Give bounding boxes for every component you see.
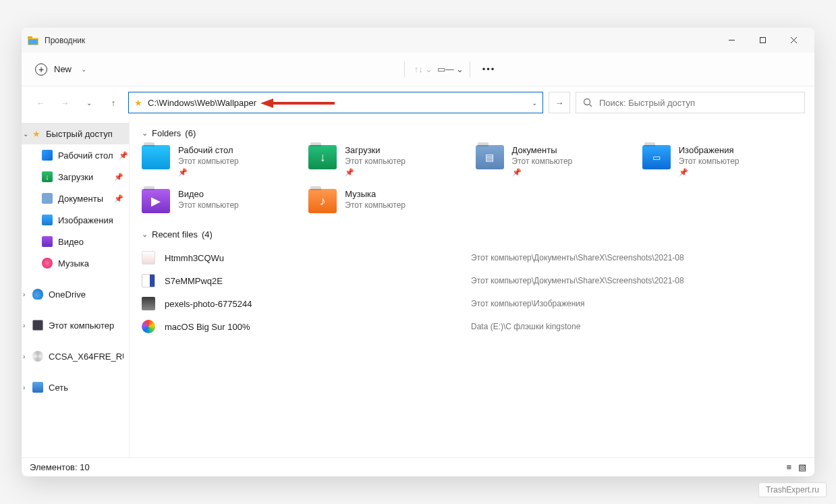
window-controls bbox=[716, 28, 809, 53]
pin-icon: 📌 bbox=[679, 168, 740, 177]
chevron-right-icon bbox=[23, 384, 25, 391]
explorer-app-icon bbox=[27, 34, 39, 47]
image-file-icon bbox=[142, 320, 155, 333]
up-button[interactable]: ↑ bbox=[104, 93, 123, 112]
minimize-button[interactable] bbox=[716, 28, 747, 53]
forward-button[interactable]: → bbox=[55, 93, 74, 112]
pin-icon: 📌 bbox=[512, 168, 573, 177]
sidebar-item-pictures[interactable]: Изображения bbox=[22, 209, 129, 231]
sort-button[interactable]: ↑↓ ⌄ bbox=[410, 59, 437, 80]
new-label: New bbox=[54, 64, 72, 74]
image-file-icon bbox=[142, 251, 155, 264]
folder-music[interactable]: ♪МузыкаЭтот компьютер bbox=[308, 189, 468, 213]
separator bbox=[404, 61, 405, 78]
more-button[interactable]: ••• bbox=[476, 59, 503, 80]
chevron-down-icon: ⌄ bbox=[142, 129, 148, 138]
view-button[interactable]: ▭— ⌄ bbox=[437, 59, 464, 80]
chevron-right-icon bbox=[23, 291, 25, 298]
sidebar: ★ Быстрый доступ Рабочий стол📌 ↓Загрузки… bbox=[22, 119, 130, 457]
sidebar-quick-access[interactable]: ★ Быстрый доступ bbox=[22, 123, 129, 144]
watermark: TrashExpert.ru bbox=[758, 482, 827, 497]
sidebar-this-pc[interactable]: Этот компьютер bbox=[22, 314, 129, 336]
sidebar-item-downloads[interactable]: ↓Загрузки📌 bbox=[22, 166, 129, 188]
titlebar: Проводник bbox=[22, 28, 814, 53]
image-file-icon bbox=[142, 274, 155, 287]
address-input[interactable] bbox=[148, 98, 526, 108]
sidebar-item-videos[interactable]: Видео bbox=[22, 231, 129, 252]
pin-icon: 📌 bbox=[178, 168, 239, 177]
document-icon: ▤ bbox=[476, 145, 504, 169]
address-bar[interactable]: ★ ⌄ bbox=[128, 92, 543, 113]
download-icon: ↓ bbox=[308, 145, 337, 169]
back-button[interactable]: ← bbox=[31, 93, 50, 112]
network-icon bbox=[32, 382, 43, 393]
content-area: ⌄ Folders (6) Рабочий столЭтот компьютер… bbox=[130, 119, 814, 457]
documents-icon bbox=[42, 193, 53, 204]
folders-section-header[interactable]: ⌄ Folders (6) bbox=[142, 128, 802, 138]
sidebar-item-documents[interactable]: Документы📌 bbox=[22, 188, 129, 209]
pin-icon: 📌 bbox=[345, 168, 406, 177]
music-icon bbox=[42, 258, 53, 269]
svg-rect-1 bbox=[28, 36, 32, 38]
search-icon bbox=[583, 98, 592, 107]
recent-file[interactable]: S7eMMPwq2EЭтот компьютер\Документы\Share… bbox=[142, 269, 802, 292]
chevron-down-icon bbox=[23, 130, 28, 138]
downloads-icon: ↓ bbox=[42, 171, 53, 182]
sidebar-ccsa[interactable]: CCSA_X64FRE_RU-RU bbox=[22, 345, 129, 367]
play-icon: ▶ bbox=[142, 189, 170, 213]
folder-downloads[interactable]: ↓ЗагрузкиЭтот компьютер📌 bbox=[308, 145, 468, 177]
go-button[interactable]: → bbox=[549, 92, 570, 113]
new-button[interactable]: + New ⌄ bbox=[31, 59, 96, 80]
recent-file[interactable]: pexels-photo-6775244Этот компьютер\Изобр… bbox=[142, 292, 802, 315]
svg-rect-2 bbox=[28, 39, 38, 45]
status-bar: Элементов: 10 ≡ ▧ bbox=[22, 457, 814, 476]
pictures-icon bbox=[42, 215, 53, 225]
disc-icon bbox=[32, 351, 43, 362]
onedrive-icon bbox=[32, 289, 43, 300]
folder-documents[interactable]: ▤ДокументыЭтот компьютер📌 bbox=[476, 145, 636, 177]
sidebar-item-desktop[interactable]: Рабочий стол📌 bbox=[22, 144, 129, 166]
search-input[interactable] bbox=[599, 98, 798, 108]
image-icon: ▭ bbox=[642, 145, 671, 169]
recent-section-header[interactable]: ⌄ Recent files (4) bbox=[142, 229, 802, 240]
recent-file[interactable]: Htmmh3CQWuЭтот компьютер\Документы\Share… bbox=[142, 246, 802, 269]
recent-locations-button[interactable]: ⌄ bbox=[80, 93, 99, 112]
folder-videos[interactable]: ▶ВидеоЭтот компьютер bbox=[142, 189, 302, 213]
details-view-button[interactable]: ≡ bbox=[786, 462, 791, 472]
recent-file[interactable]: macOS Big Sur 100%Data (E:)\С флэшки kin… bbox=[142, 315, 802, 338]
sidebar-onedrive[interactable]: OneDrive bbox=[22, 283, 129, 305]
thumbnails-view-button[interactable]: ▧ bbox=[798, 462, 806, 472]
chevron-down-icon: ⌄ bbox=[142, 230, 148, 239]
star-icon: ★ bbox=[32, 129, 40, 139]
chevron-right-icon bbox=[23, 322, 25, 329]
maximize-button[interactable] bbox=[747, 28, 778, 53]
chevron-down-icon: ⌄ bbox=[81, 65, 86, 73]
chevron-right-icon bbox=[23, 353, 25, 360]
plus-icon: + bbox=[35, 63, 47, 76]
sidebar-network[interactable]: Сеть bbox=[22, 376, 129, 398]
star-icon: ★ bbox=[134, 98, 142, 108]
video-icon bbox=[42, 236, 53, 247]
computer-icon bbox=[32, 320, 43, 331]
address-dropdown-icon[interactable]: ⌄ bbox=[532, 99, 537, 107]
note-icon: ♪ bbox=[308, 189, 337, 213]
svg-rect-4 bbox=[760, 38, 765, 43]
toolbar: + New ⌄ ↑↓ ⌄ ▭— ⌄ ••• bbox=[22, 53, 814, 86]
folder-pictures[interactable]: ▭ИзображенияЭтот компьютер📌 bbox=[642, 145, 802, 177]
explorer-window: Проводник + New ⌄ ↑↓ ⌄ ▭— ⌄ ••• ← → ⌄ ↑ … bbox=[22, 28, 814, 476]
close-button[interactable] bbox=[778, 28, 809, 53]
window-title: Проводник bbox=[45, 36, 716, 45]
image-file-icon bbox=[142, 297, 155, 310]
desktop-icon bbox=[42, 150, 53, 161]
folder-desktop[interactable]: Рабочий столЭтот компьютер📌 bbox=[142, 145, 302, 177]
pin-icon: 📌 bbox=[114, 173, 123, 181]
search-box[interactable] bbox=[576, 92, 805, 113]
nav-row: ← → ⌄ ↑ ★ ⌄ → bbox=[22, 86, 814, 119]
folders-grid: Рабочий столЭтот компьютер📌 ↓ЗагрузкиЭто… bbox=[142, 145, 802, 213]
sidebar-label: Быстрый доступ bbox=[46, 129, 113, 139]
svg-point-9 bbox=[584, 99, 590, 105]
recent-files-list: Htmmh3CQWuЭтот компьютер\Документы\Share… bbox=[142, 246, 802, 338]
pin-icon: 📌 bbox=[119, 151, 128, 160]
sidebar-item-music[interactable]: Музыка bbox=[22, 252, 129, 274]
svg-line-10 bbox=[590, 105, 592, 107]
